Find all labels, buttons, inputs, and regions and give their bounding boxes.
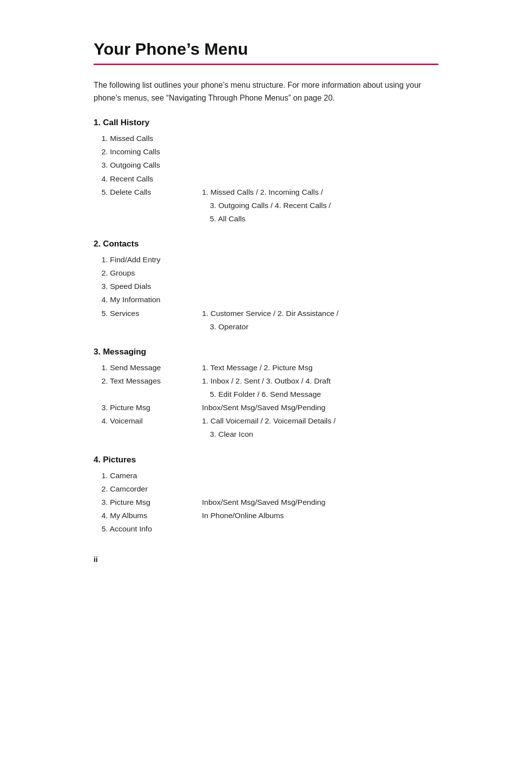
list-item: 3. Outgoing Calls / 4. Recent Calls / xyxy=(202,199,331,212)
list-item: 1. Missed Calls xyxy=(94,132,202,145)
list-item: 1. Find/Add Entry xyxy=(94,253,202,266)
section-call-history: 1. Call History 1. Missed Calls 2. Incom… xyxy=(94,118,438,225)
section-messaging: 3. Messaging 1. Send Message 2. Text Mes… xyxy=(94,347,438,441)
list-item: 1. Text Message / 2. Picture Msg xyxy=(202,361,335,374)
contacts-right: 1. Customer Service / 2. Dir Assistance … xyxy=(202,253,338,333)
list-item: 2. Camcorder xyxy=(94,482,202,495)
list-item: 5. Services xyxy=(94,307,202,320)
list-item: 4. Voicemail xyxy=(94,414,202,427)
section-title-messaging: 3. Messaging xyxy=(94,347,438,357)
list-item: 1. Send Message xyxy=(94,361,202,374)
list-item: 4. Recent Calls xyxy=(94,172,202,185)
list-item: 2. Groups xyxy=(94,266,202,280)
list-item xyxy=(94,387,202,401)
page-number: ii xyxy=(94,555,438,563)
list-item: 5. Edit Folder / 6. Send Message xyxy=(202,387,335,401)
pictures-right: Inbox/Sent Msg/Saved Msg/Pending In Phon… xyxy=(202,469,326,536)
call-history-left: 1. Missed Calls 2. Incoming Calls 3. Out… xyxy=(94,132,202,225)
list-item: Inbox/Sent Msg/Saved Msg/Pending xyxy=(202,401,335,414)
section-title-contacts: 2. Contacts xyxy=(94,239,438,249)
list-item: 1. Camera xyxy=(94,469,202,482)
page: Your Phone’s Menu The following list out… xyxy=(64,0,468,772)
list-item: Inbox/Sent Msg/Saved Msg/Pending xyxy=(202,495,326,509)
section-title-pictures: 4. Pictures xyxy=(94,455,438,465)
list-item: 1. Customer Service / 2. Dir Assistance … xyxy=(202,307,338,320)
list-item: 3. Picture Msg xyxy=(94,495,202,509)
list-item: 3. Clear Icon xyxy=(202,427,335,441)
call-history-right: 1. Missed Calls / 2. Incoming Calls / 3.… xyxy=(202,132,331,225)
list-item: 3. Picture Msg xyxy=(94,401,202,414)
list-item: 3. Outgoing Calls xyxy=(94,158,202,172)
page-title: Your Phone’s Menu xyxy=(94,39,438,59)
pictures-left: 1. Camera 2. Camcorder 3. Picture Msg 4.… xyxy=(94,469,202,536)
list-item: 4. My Albums xyxy=(94,509,202,522)
list-item xyxy=(94,427,202,441)
list-item: 1. Inbox / 2. Sent / 3. Outbox / 4. Draf… xyxy=(202,374,335,387)
list-item: 2. Incoming Calls xyxy=(94,145,202,158)
list-item: 3. Speed Dials xyxy=(94,280,202,293)
list-item: 3. Operator xyxy=(202,320,338,333)
section-pictures: 4. Pictures 1. Camera 2. Camcorder 3. Pi… xyxy=(94,455,438,536)
intro-paragraph: The following list outlines your phone’s… xyxy=(94,79,438,104)
list-item: 5. Account Info xyxy=(94,522,202,535)
list-item: 1. Missed Calls / 2. Incoming Calls / xyxy=(202,185,331,199)
list-item: 5. All Calls xyxy=(202,212,331,225)
list-item: 2. Text Messages xyxy=(94,374,202,387)
messaging-right: 1. Text Message / 2. Picture Msg 1. Inbo… xyxy=(202,361,335,441)
section-title-call-history: 1. Call History xyxy=(94,118,438,128)
messaging-left: 1. Send Message 2. Text Messages 3. Pict… xyxy=(94,361,202,441)
section-contacts: 2. Contacts 1. Find/Add Entry 2. Groups … xyxy=(94,239,438,333)
list-item: 5. Delete Calls xyxy=(94,185,202,199)
list-item: In Phone/Online Albums xyxy=(202,509,326,522)
contacts-left: 1. Find/Add Entry 2. Groups 3. Speed Dia… xyxy=(94,253,202,333)
list-item: 1. Call Voicemail / 2. Voicemail Details… xyxy=(202,414,335,427)
list-item: 4. My Information xyxy=(94,293,202,306)
title-divider xyxy=(94,64,438,65)
